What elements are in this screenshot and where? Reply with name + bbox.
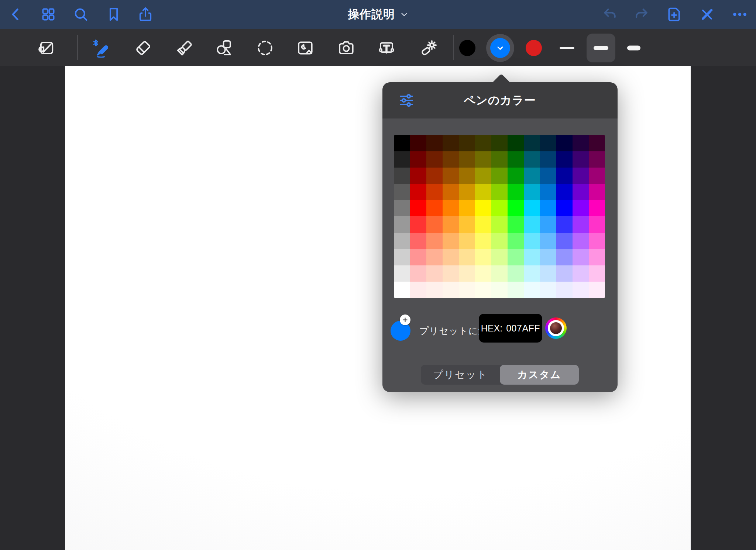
color-swatch[interactable] xyxy=(573,200,589,216)
color-swatch[interactable] xyxy=(491,249,508,265)
color-swatch[interactable] xyxy=(556,168,573,184)
hex-input[interactable]: HEX:007AFF xyxy=(479,314,542,343)
color-swatch[interactable] xyxy=(524,184,540,200)
color-swatch[interactable] xyxy=(491,233,508,249)
color-swatch[interactable] xyxy=(475,216,491,233)
add-preset-plus-icon[interactable] xyxy=(400,314,410,325)
selected-color-ring[interactable] xyxy=(486,34,514,62)
thickness-medium[interactable] xyxy=(594,46,608,50)
color-swatch[interactable] xyxy=(410,151,426,168)
color-swatch[interactable] xyxy=(459,135,475,151)
color-swatch[interactable] xyxy=(475,233,491,249)
color-swatch[interactable] xyxy=(589,151,605,168)
color-swatch[interactable] xyxy=(540,249,556,265)
color-swatch[interactable] xyxy=(524,200,540,216)
color-swatch[interactable] xyxy=(426,151,443,168)
color-swatch[interactable] xyxy=(540,184,556,200)
color-swatch[interactable] xyxy=(394,151,410,168)
color-swatch[interactable] xyxy=(556,265,573,282)
sliders-icon[interactable] xyxy=(398,92,415,109)
color-swatch[interactable] xyxy=(459,265,475,282)
color-swatch[interactable] xyxy=(394,265,410,282)
shapes-tool-icon[interactable] xyxy=(213,37,234,59)
color-swatch[interactable] xyxy=(443,200,459,216)
color-swatch[interactable] xyxy=(443,249,459,265)
color-swatch[interactable] xyxy=(508,135,524,151)
color-swatch[interactable] xyxy=(426,282,443,298)
color-swatch[interactable] xyxy=(443,151,459,168)
color-swatch[interactable] xyxy=(394,233,410,249)
color-swatch[interactable] xyxy=(491,200,508,216)
color-swatch[interactable] xyxy=(459,184,475,200)
color-swatch[interactable] xyxy=(556,151,573,168)
color-swatch[interactable] xyxy=(426,200,443,216)
color-swatch[interactable] xyxy=(524,265,540,282)
color-swatch[interactable] xyxy=(508,249,524,265)
color-swatch[interactable] xyxy=(556,233,573,249)
share-icon[interactable] xyxy=(137,6,154,23)
image-tool-icon[interactable] xyxy=(295,37,316,59)
color-swatch[interactable] xyxy=(540,200,556,216)
color-swatch[interactable] xyxy=(491,265,508,282)
color-swatch[interactable] xyxy=(475,184,491,200)
color-swatch[interactable] xyxy=(443,265,459,282)
lasso-tool-icon[interactable] xyxy=(254,37,276,59)
color-swatch[interactable] xyxy=(459,168,475,184)
color-swatch[interactable] xyxy=(426,249,443,265)
color-swatch[interactable] xyxy=(556,249,573,265)
color-swatch[interactable] xyxy=(475,249,491,265)
eraser-tool-icon[interactable] xyxy=(133,37,154,59)
color-swatch[interactable] xyxy=(475,151,491,168)
color-swatch[interactable] xyxy=(410,282,426,298)
search-icon[interactable] xyxy=(72,6,89,23)
color-swatch[interactable] xyxy=(426,233,443,249)
color-swatch[interactable] xyxy=(410,216,426,233)
color-swatch[interactable] xyxy=(459,200,475,216)
color-swatch[interactable] xyxy=(540,265,556,282)
color-swatch[interactable] xyxy=(540,216,556,233)
color-swatch[interactable] xyxy=(540,282,556,298)
color-swatch[interactable] xyxy=(508,151,524,168)
color-swatch[interactable] xyxy=(426,216,443,233)
laser-pointer-icon[interactable] xyxy=(417,37,439,59)
color-swatch[interactable] xyxy=(443,168,459,184)
pen-tool-icon[interactable] xyxy=(90,37,112,59)
color-swatch[interactable] xyxy=(589,265,605,282)
add-page-icon[interactable] xyxy=(666,6,683,23)
color-swatch[interactable] xyxy=(573,282,589,298)
camera-tool-icon[interactable] xyxy=(336,37,357,59)
color-swatch[interactable] xyxy=(556,200,573,216)
tab-preset[interactable]: プリセット xyxy=(421,365,500,385)
color-swatch[interactable] xyxy=(410,200,426,216)
color-swatch[interactable] xyxy=(589,233,605,249)
color-swatch[interactable] xyxy=(540,135,556,151)
color-swatch[interactable] xyxy=(410,233,426,249)
color-swatch[interactable] xyxy=(524,233,540,249)
color-swatch[interactable] xyxy=(508,216,524,233)
color-swatch[interactable] xyxy=(524,249,540,265)
color-swatch[interactable] xyxy=(443,184,459,200)
color-dot[interactable] xyxy=(459,40,475,56)
color-swatch[interactable] xyxy=(573,168,589,184)
color-swatch[interactable] xyxy=(491,135,508,151)
color-swatch[interactable] xyxy=(508,168,524,184)
color-swatch[interactable] xyxy=(491,184,508,200)
color-swatch[interactable] xyxy=(426,265,443,282)
color-swatch[interactable] xyxy=(443,216,459,233)
color-swatch[interactable] xyxy=(394,249,410,265)
highlighter-tool-icon[interactable] xyxy=(174,37,195,59)
color-wheel-icon[interactable] xyxy=(545,317,567,339)
color-swatch[interactable] xyxy=(394,135,410,151)
color-swatch[interactable] xyxy=(475,265,491,282)
color-swatch[interactable] xyxy=(573,184,589,200)
color-swatch[interactable] xyxy=(589,168,605,184)
color-swatch[interactable] xyxy=(475,135,491,151)
color-swatch[interactable] xyxy=(426,135,443,151)
color-swatch[interactable] xyxy=(491,282,508,298)
color-swatch[interactable] xyxy=(443,282,459,298)
color-swatch[interactable] xyxy=(410,184,426,200)
thumbnails-icon[interactable] xyxy=(40,6,57,23)
color-swatch[interactable] xyxy=(524,151,540,168)
color-swatch[interactable] xyxy=(540,151,556,168)
back-icon[interactable] xyxy=(7,6,24,23)
